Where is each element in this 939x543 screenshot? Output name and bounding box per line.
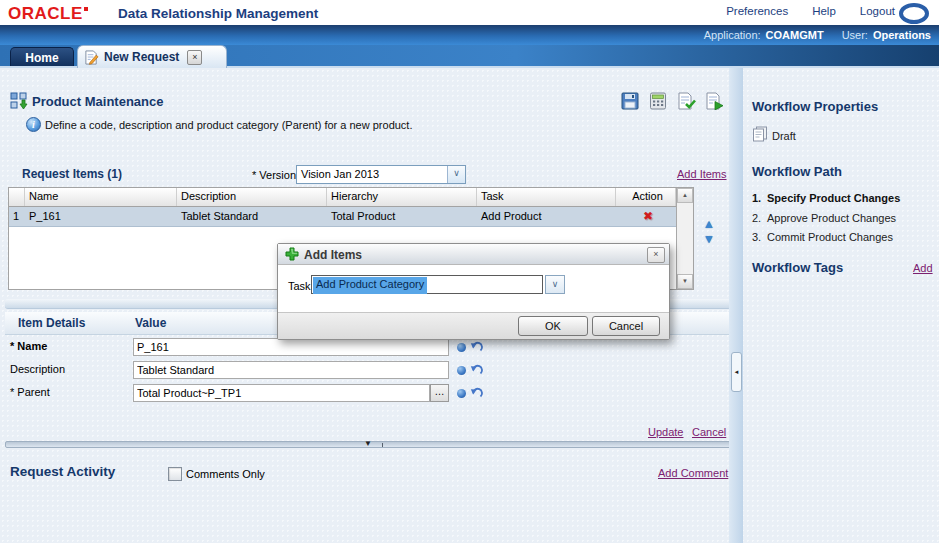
validate-icon — [676, 92, 696, 110]
move-down-icon[interactable]: ▼ — [703, 233, 715, 245]
tab-home[interactable]: Home — [10, 47, 74, 69]
table-scrollbar[interactable]: ▲ ▼ — [676, 188, 693, 289]
update-link[interactable]: Update — [648, 426, 683, 438]
application-label: Application: — [704, 29, 761, 41]
oracle-logo: ORACLE — [8, 4, 88, 24]
scroll-up-icon[interactable]: ▲ — [677, 188, 693, 203]
row-name: P_161 — [25, 207, 177, 226]
col-task[interactable]: Task — [477, 188, 616, 206]
splitter-grip — [382, 443, 383, 447]
version-label: * Version — [252, 169, 296, 181]
edit-document-icon — [84, 50, 99, 65]
comments-only-checkbox[interactable] — [168, 467, 182, 481]
workflow-step-2: 2.Approve Product Changes — [752, 212, 896, 224]
drm-application-window: ORACLE Data Relationship Management Pref… — [0, 0, 939, 543]
tab-new-request-label: New Request — [104, 50, 179, 64]
table-header-row: Name Description Hierarchy Task Action — [9, 188, 693, 207]
parent-status-icon — [457, 389, 466, 398]
move-up-icon[interactable]: ▲ — [703, 218, 715, 230]
parent-field-label: * Parent — [10, 386, 128, 398]
calculator-icon — [649, 92, 667, 110]
name-undo-icon[interactable] — [470, 340, 483, 353]
submit-request-button[interactable] — [704, 91, 724, 111]
dialog-titlebar[interactable]: Add Items × — [278, 244, 669, 265]
draft-status-icon — [752, 126, 768, 142]
parent-browse-button[interactable]: … — [430, 384, 449, 402]
save-request-button[interactable] — [620, 91, 640, 111]
name-status-icon — [457, 343, 466, 352]
row-task: Add Product — [477, 207, 616, 226]
dialog-title: Add Items — [304, 248, 362, 262]
version-select[interactable]: Vision Jan 2013 ∨ — [296, 165, 466, 184]
step-number: 3. — [752, 231, 767, 243]
tab-new-request[interactable]: New Request × — [77, 45, 227, 68]
ok-button[interactable]: OK — [518, 316, 588, 336]
task-chevron-down-icon[interactable]: ∨ — [545, 275, 565, 294]
name-field-label: * Name — [10, 340, 128, 352]
vertical-splitter[interactable]: ◄ — [729, 68, 743, 543]
session-info: Application:COAMGMTUser:Operations — [704, 25, 931, 45]
dialog-footer: OK Cancel — [278, 312, 669, 339]
request-items-title: Request Items (1) — [22, 167, 122, 181]
step-number: 1. — [752, 192, 767, 204]
request-activity-title: Request Activity — [10, 464, 115, 479]
save-icon — [621, 92, 639, 110]
row-description: Tablet Standard — [177, 207, 327, 226]
description-field-label: Description — [10, 363, 128, 375]
oracle-logo-mark-icon — [84, 7, 88, 11]
workflow-step-3: 3.Commit Product Changes — [752, 231, 893, 243]
add-comment-link[interactable]: Add Comment — [658, 467, 728, 479]
add-items-link[interactable]: Add Items — [677, 168, 727, 180]
task-instruction: Define a code, description and product c… — [45, 119, 413, 131]
application-bar: Application:COAMGMTUser:Operations — [0, 25, 939, 45]
oracle-ring-icon — [899, 3, 929, 24]
top-header: ORACLE Data Relationship Management Pref… — [0, 0, 939, 25]
preferences-link[interactable]: Preferences — [726, 5, 788, 17]
workflow-tags-title: Workflow Tags — [752, 260, 843, 275]
application-value: COAMGMT — [766, 29, 824, 41]
col-name[interactable]: Name — [25, 188, 177, 206]
col-description[interactable]: Description — [177, 188, 327, 206]
task-select[interactable]: Add Product Category — [311, 275, 543, 294]
top-nav: Preferences Help Logout — [726, 5, 895, 17]
row-hierarchy: Total Product — [327, 207, 477, 226]
step-label: Commit Product Changes — [767, 231, 893, 243]
collapse-down-icon[interactable]: ▼ — [364, 439, 372, 449]
task-label: Task — [288, 280, 311, 292]
request-toolbar — [620, 91, 724, 111]
col-hierarchy[interactable]: Hierarchy — [327, 188, 477, 206]
workflow-step-1: 1.Specify Product Changes — [752, 192, 900, 204]
cancel-button[interactable]: Cancel — [592, 316, 660, 336]
user-label: User: — [842, 29, 868, 41]
description-field[interactable] — [133, 361, 449, 379]
dialog-close-icon[interactable]: × — [647, 247, 665, 263]
horizontal-splitter[interactable]: ▼ — [5, 441, 731, 448]
col-rownum — [9, 188, 25, 206]
cancel-link[interactable]: Cancel — [692, 426, 726, 438]
calculate-request-button[interactable] — [648, 91, 668, 111]
user-value: Operations — [873, 29, 931, 41]
value-header: Value — [135, 316, 166, 330]
scroll-down-icon[interactable]: ▼ — [677, 274, 693, 289]
add-tag-link[interactable]: Add — [913, 262, 933, 274]
workflow-properties-title: Workflow Properties — [752, 99, 878, 114]
step-label: Approve Product Changes — [767, 212, 896, 224]
name-field[interactable] — [133, 338, 449, 356]
delete-item-icon[interactable]: ✖ — [643, 209, 653, 223]
row-move-controls: ▲ ▼ — [703, 218, 715, 245]
parent-undo-icon[interactable] — [470, 386, 483, 399]
tab-close-icon[interactable]: × — [187, 50, 202, 65]
tab-bar: Home New Request × — [0, 45, 939, 68]
logout-link[interactable]: Logout — [860, 5, 895, 17]
help-link[interactable]: Help — [812, 5, 836, 17]
version-chevron-down-icon[interactable]: ∨ — [447, 166, 465, 183]
parent-field[interactable] — [133, 384, 430, 402]
add-items-dialog: Add Items × Task Add Product Category ∨ … — [277, 243, 670, 340]
task-selected-value: Add Product Category — [313, 277, 427, 294]
description-status-icon — [457, 366, 466, 375]
item-details-title: Item Details — [18, 316, 85, 330]
collapse-left-icon[interactable]: ◄ — [731, 352, 742, 392]
validate-request-button[interactable] — [676, 91, 696, 111]
description-undo-icon[interactable] — [470, 363, 483, 376]
table-row[interactable]: 1 P_161 Tablet Standard Total Product Ad… — [9, 207, 693, 227]
